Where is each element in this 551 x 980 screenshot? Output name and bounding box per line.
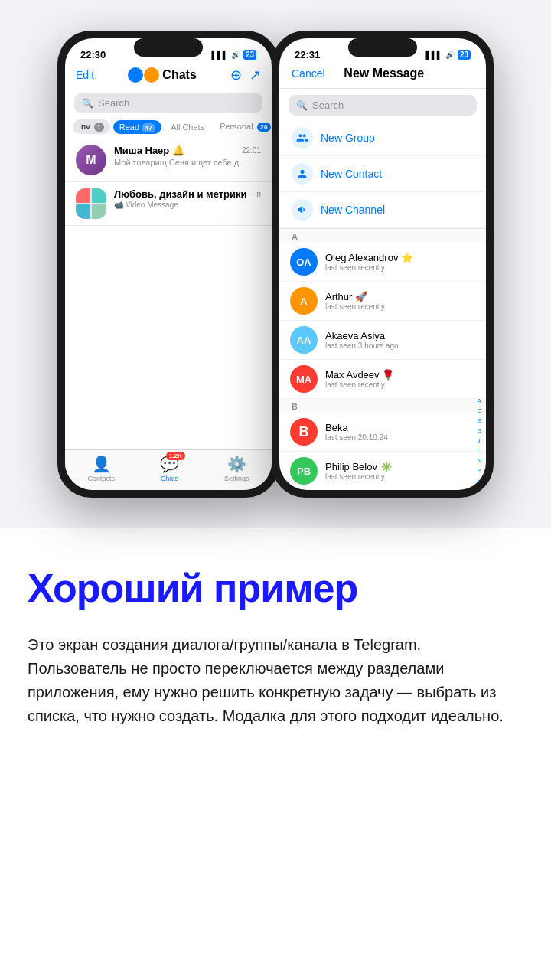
status-arthur: last seen recently xyxy=(325,302,475,311)
new-group-label: New Group xyxy=(321,132,375,144)
search-icon-left: 🔍 xyxy=(82,98,93,109)
contact-arthur[interactable]: A Arthur 🚀 last seen recently xyxy=(279,282,486,321)
headline: Хороший пример xyxy=(28,567,523,610)
chat-video-label: Video Message xyxy=(126,201,178,209)
chats-nav: Edit Chats ⊕ ↗ xyxy=(65,64,272,90)
time-right: 22:31 xyxy=(295,49,320,60)
avatar-beka: B xyxy=(290,418,318,446)
battery-right: 23 xyxy=(458,50,471,60)
name-arthur: Arthur 🚀 xyxy=(325,291,475,302)
filter-tabs: Inv 1 Read 47 All Chats Personal 26 Test xyxy=(65,118,272,139)
compose-icon[interactable]: ⊕ xyxy=(230,67,242,83)
name-akaeva: Akaeva Asiya xyxy=(325,330,475,341)
new-channel-label: New Channel xyxy=(321,204,385,216)
left-screen: 22:30 ▌▌▌ 🔊 23 Edit Chats xyxy=(65,38,272,490)
right-screen: 22:31 ▌▌▌ 🔊 23 Cancel New Message 🔍 Sear… xyxy=(279,38,486,490)
filter-personal[interactable]: Personal 26 xyxy=(214,119,272,134)
chats-nav-icons: ⊕ ↗ xyxy=(230,67,261,83)
modal-search[interactable]: 🔍 Search xyxy=(289,95,477,116)
avatar-multi xyxy=(76,188,106,219)
new-channel-icon xyxy=(292,199,313,220)
icon-orange xyxy=(144,67,159,83)
contact-philip[interactable]: PB Philip Belov ✳️ last seen recently xyxy=(279,452,486,490)
contact-akaeva[interactable]: AA Akaeva Asiya last seen 3 hours ago xyxy=(279,321,486,360)
wifi-icon-right: 🔊 xyxy=(445,51,455,59)
section-b: B xyxy=(279,399,486,413)
name-philip: Philip Belov ✳️ xyxy=(325,461,475,472)
avatar-max: MA xyxy=(290,365,318,393)
filter-all[interactable]: All Chats xyxy=(165,120,210,134)
chats-badge: 1.2K xyxy=(166,452,185,460)
name-oleg: Oleg Alexandrov ⭐ xyxy=(325,252,475,263)
chats-title-area: Chats xyxy=(128,67,196,83)
contact-max[interactable]: MA Max Avdeev 🌹 last seen recently xyxy=(279,360,486,399)
new-group-icon xyxy=(292,127,313,149)
status-akaeva: last seen 3 hours ago xyxy=(325,341,475,350)
cancel-button[interactable]: Cancel xyxy=(292,67,325,80)
chat-name-2: Любовь, дизайн и метрики xyxy=(114,188,247,200)
signal-icon: ▌▌▌ xyxy=(212,51,228,59)
phones-section: 22:30 ▌▌▌ 🔊 23 Edit Chats xyxy=(0,0,551,528)
action-new-contact[interactable]: New Contact xyxy=(279,156,486,192)
share-icon[interactable]: ↗ xyxy=(249,67,261,83)
nav-contacts-label: Contacts xyxy=(87,475,115,482)
filter-inv[interactable]: Inv 1 xyxy=(73,119,110,134)
status-icons-right: ▌▌▌ 🔊 23 xyxy=(426,50,471,60)
status-max: last seen recently xyxy=(325,381,475,389)
avatar-oleg: OA xyxy=(290,248,318,276)
chat-content-1: Миша Наер 🔔 22:01 Мой товарищ Сеня ищет … xyxy=(114,145,261,168)
nav-chats[interactable]: 💬 1.2K Chats xyxy=(160,455,179,482)
avatar-philip: PB xyxy=(290,457,318,485)
search-placeholder-left: Search xyxy=(98,97,129,109)
contact-beka[interactable]: B Beka last seen 20.10.24 xyxy=(279,413,486,452)
chats-icon: 💬 1.2K xyxy=(160,455,179,473)
action-new-channel[interactable]: New Channel xyxy=(279,192,486,228)
name-beka: Beka xyxy=(325,422,475,433)
chat-header-1: Миша Наер 🔔 22:01 xyxy=(114,145,261,156)
left-phone: 22:30 ▌▌▌ 🔊 23 Edit Chats xyxy=(57,31,279,498)
video-icon: 📹 xyxy=(114,201,123,209)
status-beka: last seen 20.10.24 xyxy=(325,433,475,442)
time-left: 22:30 xyxy=(80,49,106,60)
info-oleg: Oleg Alexandrov ⭐ last seen recently xyxy=(325,252,475,272)
icon-blue xyxy=(128,67,143,83)
new-contact-label: New Contact xyxy=(321,168,382,180)
bottom-nav: 👤 Contacts 💬 1.2K Chats ⚙️ Settings xyxy=(65,449,272,490)
modal-nav: Cancel New Message xyxy=(279,64,486,89)
chat-name-1: Миша Наер 🔔 xyxy=(114,145,184,156)
alpha-index[interactable]: A C E G J L N P R T W Z Б Г Е Ж К xyxy=(477,397,483,490)
contact-oleg[interactable]: OA Oleg Alexandrov ⭐ last seen recently xyxy=(279,243,486,282)
nav-settings[interactable]: ⚙️ Settings xyxy=(224,455,249,482)
right-phone: 22:31 ▌▌▌ 🔊 23 Cancel New Message 🔍 Sear… xyxy=(272,31,494,498)
info-arthur: Arthur 🚀 last seen recently xyxy=(325,291,475,311)
text-section: Хороший пример Это экран создания диалог… xyxy=(0,528,551,766)
body-text: Это экран создания диалога/группы/канала… xyxy=(28,633,523,728)
search-icon-modal: 🔍 xyxy=(296,100,308,111)
nav-settings-label: Settings xyxy=(224,475,249,482)
chat-item-2[interactable]: Любовь, дизайн и метрики Fri 📹 Video Mes… xyxy=(65,182,272,226)
contacts-icon: 👤 xyxy=(92,455,111,473)
avatar-arthur: A xyxy=(290,287,318,315)
info-akaeva: Akaeva Asiya last seen 3 hours ago xyxy=(325,330,475,350)
info-philip: Philip Belov ✳️ last seen recently xyxy=(325,461,475,481)
chat-item-1[interactable]: М Миша Наер 🔔 22:01 Мой товарищ Сеня ище… xyxy=(65,139,272,182)
search-bar-left[interactable]: 🔍 Search xyxy=(74,93,262,113)
wifi-icon: 🔊 xyxy=(231,51,240,59)
nav-contacts[interactable]: 👤 Contacts xyxy=(87,455,115,482)
modal-title: New Message xyxy=(344,67,424,80)
contacts-scroll[interactable]: A OA Oleg Alexandrov ⭐ last seen recentl… xyxy=(279,229,486,490)
chat-time-2: Fri xyxy=(252,190,261,198)
chats-title: Chats xyxy=(162,68,196,82)
info-max: Max Avdeev 🌹 last seen recently xyxy=(325,369,475,389)
avatar-misha: М xyxy=(76,145,106,175)
action-new-group[interactable]: New Group xyxy=(279,120,486,156)
chat-sub-2: 📹 Video Message xyxy=(114,201,261,209)
status-philip: last seen recently xyxy=(325,472,475,481)
info-beka: Beka last seen 20.10.24 xyxy=(325,422,475,442)
filter-read[interactable]: Read 47 xyxy=(113,120,161,134)
app-icons xyxy=(128,67,159,83)
edit-button[interactable]: Edit xyxy=(76,69,94,81)
section-a: A xyxy=(279,229,486,243)
avatar-akaeva: AA xyxy=(290,326,318,354)
signal-icon-right: ▌▌▌ xyxy=(426,51,442,59)
